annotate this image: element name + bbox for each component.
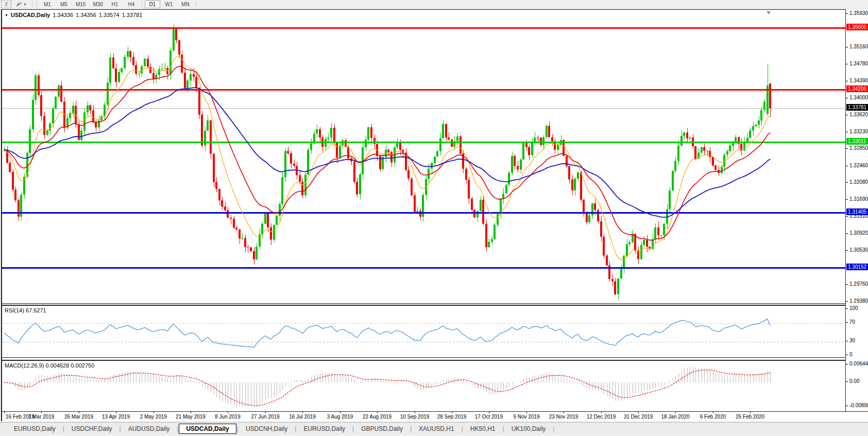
date-tick-mark [116,412,116,413]
date-tick-mark [154,412,154,413]
toolbar-separator [32,2,32,8]
rsi-axis-tick: 100 [846,305,868,311]
ohlc-low-value: 1.33574 [99,12,120,18]
timeframe-button-M5[interactable]: M5 [56,1,72,8]
date-axis-label: 16 Jul 2019 [284,414,320,420]
tab-eurusd-daily[interactable]: EURUSD,Daily [7,424,62,433]
price-level-badge: 1.33781 [846,104,868,111]
scroll-end-marker-icon [767,11,771,14]
toolbar-separator [142,2,142,8]
date-axis-label: 8 Jun 2019 [210,414,246,420]
tab-separator: | [462,425,463,432]
rsi-pane[interactable]: RSI(14) 67.5271 [2,305,845,358]
tab-eurusd-daily[interactable]: EURUSD,Daily [297,424,352,433]
rsi-axis-tick: 70 [846,319,868,325]
date-axis-label: 22 Aug 2019 [359,414,395,420]
macd-axis-tick: 0.00 [846,378,868,384]
tab-separator: | [352,425,354,432]
date-axis-label: 21 May 2019 [173,414,209,420]
tab-usdcad-daily[interactable]: USDCAD,Daily [179,424,236,434]
date-tick-mark [4,412,5,413]
date-axis-label: 23 Nov 2019 [546,414,582,420]
timeframe-button-MN[interactable]: MN [178,1,193,8]
price-axis-tick: 1.32080 [846,179,868,185]
date-axis-label: 12 Dec 2019 [583,414,619,420]
date-axis-label: 6 Feb 2020 [695,414,731,420]
price-axis-tick: 1.31690 [846,196,868,202]
price-axis-tick: 1.34390 [846,78,868,83]
price-axis[interactable]: 1.359301.351601.347801.343901.340001.336… [845,9,868,411]
tab-separator: | [553,425,554,432]
date-tick-mark [41,412,42,413]
price-axis-tick: 1.34000 [846,95,868,100]
text-tool-button[interactable]: T [1,1,11,8]
top-toolbar: T ▼ M1M5M15M30H1H4D1W1MN [0,0,868,9]
toolbar-separator [196,2,196,8]
macd-label: MACD(12,26,9) 0.004528 0.002750 [5,362,94,369]
tab-usdchf-daily[interactable]: USDCHF,Daily [65,424,119,433]
date-axis-label: 26 Mar 2019 [61,414,97,420]
date-axis-label: 17 Oct 2019 [471,414,507,420]
main-chart-pane[interactable]: ▼ USDCAD,Daily 1.34336 1.34356 1.33574 1… [2,9,845,304]
date-tick-mark [415,412,415,413]
tab-hk50-h1[interactable]: HK50,H1 [464,424,502,433]
rsi-canvas[interactable] [2,306,845,357]
tab-xauusd-h1[interactable]: XAUUSD,H1 [412,424,461,433]
chart-symbol-label: USDCAD,Daily [11,12,50,18]
rsi-axis-tick: 30 [846,338,868,343]
date-axis-label: 5 Nov 2019 [508,414,544,420]
date-axis-label: 18 Jan 2020 [657,414,693,420]
rsi-axis-tick: 0 [846,352,868,357]
timeframe-button-M30[interactable]: M30 [90,1,106,8]
ohlc-open-value: 1.34336 [53,12,73,18]
price-axis-tick: 1.33230 [846,129,868,134]
date-axis-label: 3 Aug 2019 [322,414,358,420]
chart-window: ▼ USDCAD,Daily 1.34336 1.34356 1.33574 1… [2,9,868,421]
date-tick-mark [526,412,527,413]
tab-separator: | [237,425,239,432]
date-tick-mark [340,412,341,413]
timeframe-button-H1[interactable]: H1 [107,1,123,8]
chart-header: ▼ USDCAD,Daily 1.34336 1.34356 1.33574 1… [5,12,142,18]
tab-audusd-daily[interactable]: AUDUSD,Daily [122,424,177,433]
dropdown-caret-icon: ▼ [23,1,27,8]
collapse-caret-icon[interactable]: ▼ [5,13,8,17]
chart-tab-bar: EURUSD,Daily|USDCHF,Daily|AUDUSD,Daily|U… [0,422,868,435]
price-level-badge: 1.31405 [846,208,868,215]
date-tick-mark [191,412,191,413]
tab-uk100-daily[interactable]: UK100,Daily [505,424,553,433]
ohlc-high-value: 1.34356 [76,12,96,18]
tab-gbpusd-daily[interactable]: GBPUSD,Daily [354,424,410,433]
date-tick-mark [302,412,303,413]
date-axis-label: 7 Mar 2019 [23,414,59,420]
timeframe-button-W1[interactable]: W1 [161,1,177,8]
price-level-badge: 1.34206 [846,85,868,92]
date-tick-mark [713,412,713,413]
cursor-arrows-icon [15,2,22,7]
macd-canvas[interactable] [2,361,845,410]
macd-pane[interactable]: MACD(12,26,9) 0.004528 0.002750 [2,360,845,410]
date-axis-label: 13 Apr 2019 [98,414,134,420]
tab-separator: | [295,425,296,432]
date-tick-mark [564,412,564,413]
price-level-badge: 1.30152 [846,264,868,270]
timeframe-button-D1[interactable]: D1 [145,1,160,8]
timeframe-button-M1[interactable]: M1 [40,1,55,8]
date-tick-mark [750,412,751,413]
cursor-tool-button[interactable]: ▼ [13,1,29,8]
tab-separator: | [177,425,178,432]
date-axis-label: 25 Feb 2020 [732,414,768,420]
timeframe-button-M15[interactable]: M15 [73,1,89,8]
toolbar-grip [36,2,38,8]
candlestick-chart-canvas[interactable] [2,10,845,304]
date-tick-mark [452,412,452,413]
date-tick-mark [489,412,489,413]
price-axis-tick: 1.30920 [846,230,868,236]
timeframe-button-H4[interactable]: H4 [124,1,139,8]
date-tick-mark [675,412,676,413]
rsi-label: RSI(14) 67.5271 [5,307,46,313]
date-axis-label: 31 Dec 2019 [620,414,656,420]
date-axis[interactable]: 16 Feb 20197 Mar 201926 Mar 201913 Apr 2… [2,411,868,421]
tab-usdcnh-daily[interactable]: USDCNH,Daily [239,424,294,433]
price-axis-tick: 1.30530 [846,247,868,253]
